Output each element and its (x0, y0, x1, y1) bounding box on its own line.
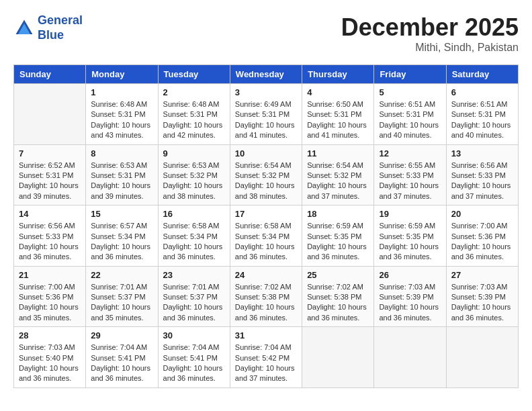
weekday-header-friday: Friday (374, 65, 446, 84)
day-number: 20 (451, 209, 513, 219)
day-info: Sunrise: 6:52 AMSunset: 5:31 PMDaylight:… (19, 161, 81, 202)
day-cell: 2Sunrise: 6:48 AMSunset: 5:31 PMDaylight… (158, 84, 230, 145)
day-number: 7 (19, 148, 81, 158)
day-info: Sunrise: 6:59 AMSunset: 5:35 PMDaylight:… (379, 221, 441, 263)
day-info: Sunrise: 6:50 AMSunset: 5:31 PMDaylight:… (307, 99, 369, 141)
day-info: Sunrise: 6:53 AMSunset: 5:31 PMDaylight:… (91, 161, 152, 202)
day-number: 22 (91, 270, 152, 280)
day-info: Sunrise: 6:51 AMSunset: 5:31 PMDaylight:… (379, 99, 441, 141)
logo: General Blue (13, 13, 83, 42)
day-cell: 12Sunrise: 6:55 AMSunset: 5:33 PMDayligh… (374, 144, 446, 205)
day-number: 18 (307, 209, 369, 219)
day-cell: 4Sunrise: 6:50 AMSunset: 5:31 PMDaylight… (302, 84, 374, 145)
day-number: 24 (235, 270, 297, 280)
day-info: Sunrise: 6:48 AMSunset: 5:31 PMDaylight:… (163, 99, 225, 141)
day-cell: 23Sunrise: 7:01 AMSunset: 5:37 PMDayligh… (158, 266, 230, 327)
day-info: Sunrise: 7:03 AMSunset: 5:39 PMDaylight:… (379, 282, 441, 324)
weekday-header-saturday: Saturday (446, 65, 518, 84)
week-row-4: 21Sunrise: 7:00 AMSunset: 5:36 PMDayligh… (14, 266, 519, 327)
day-cell: 19Sunrise: 6:59 AMSunset: 5:35 PMDayligh… (374, 205, 446, 267)
day-cell (374, 327, 446, 388)
weekday-header-wednesday: Wednesday (230, 65, 302, 84)
day-number: 2 (163, 87, 225, 97)
day-cell: 26Sunrise: 7:03 AMSunset: 5:39 PMDayligh… (374, 266, 446, 327)
day-number: 8 (91, 148, 152, 158)
day-info: Sunrise: 7:04 AMSunset: 5:41 PMDaylight:… (163, 342, 225, 384)
day-info: Sunrise: 6:56 AMSunset: 5:33 PMDaylight:… (19, 221, 81, 263)
calendar-table: SundayMondayTuesdayWednesdayThursdayFrid… (13, 64, 519, 388)
day-cell: 30Sunrise: 7:04 AMSunset: 5:41 PMDayligh… (158, 327, 230, 388)
day-info: Sunrise: 7:02 AMSunset: 5:38 PMDaylight:… (235, 282, 297, 324)
day-cell: 10Sunrise: 6:54 AMSunset: 5:32 PMDayligh… (230, 144, 302, 205)
day-cell: 18Sunrise: 6:59 AMSunset: 5:35 PMDayligh… (302, 205, 374, 267)
day-cell: 17Sunrise: 6:58 AMSunset: 5:34 PMDayligh… (230, 205, 302, 267)
day-info: Sunrise: 7:01 AMSunset: 5:37 PMDaylight:… (163, 282, 225, 324)
day-number: 5 (379, 87, 441, 97)
day-cell: 8Sunrise: 6:53 AMSunset: 5:31 PMDaylight… (86, 144, 158, 205)
day-number: 17 (235, 209, 297, 219)
day-cell: 13Sunrise: 6:56 AMSunset: 5:33 PMDayligh… (446, 144, 518, 205)
day-info: Sunrise: 7:03 AMSunset: 5:39 PMDaylight:… (451, 282, 513, 324)
day-cell: 1Sunrise: 6:48 AMSunset: 5:31 PMDaylight… (86, 84, 158, 145)
day-info: Sunrise: 6:53 AMSunset: 5:32 PMDaylight:… (163, 161, 225, 202)
day-number: 15 (91, 209, 152, 219)
logo-text: General Blue (38, 13, 83, 42)
location-subtitle: Mithi, Sindh, Pakistan (341, 42, 519, 54)
day-info: Sunrise: 6:55 AMSunset: 5:33 PMDaylight:… (379, 161, 441, 202)
day-cell: 21Sunrise: 7:00 AMSunset: 5:36 PMDayligh… (14, 266, 86, 327)
day-info: Sunrise: 6:54 AMSunset: 5:32 PMDaylight:… (307, 161, 369, 202)
day-info: Sunrise: 7:04 AMSunset: 5:42 PMDaylight:… (235, 342, 297, 384)
day-number: 16 (163, 209, 225, 219)
day-cell: 24Sunrise: 7:02 AMSunset: 5:38 PMDayligh… (230, 266, 302, 327)
day-cell: 29Sunrise: 7:04 AMSunset: 5:41 PMDayligh… (86, 327, 158, 388)
day-number: 6 (451, 87, 513, 97)
week-row-1: 1Sunrise: 6:48 AMSunset: 5:31 PMDaylight… (14, 84, 519, 145)
day-cell: 28Sunrise: 7:03 AMSunset: 5:40 PMDayligh… (14, 327, 86, 388)
day-number: 1 (91, 87, 152, 97)
day-cell: 11Sunrise: 6:54 AMSunset: 5:32 PMDayligh… (302, 144, 374, 205)
weekday-header-thursday: Thursday (302, 65, 374, 84)
day-number: 23 (163, 270, 225, 280)
day-cell: 20Sunrise: 7:00 AMSunset: 5:36 PMDayligh… (446, 205, 518, 267)
day-info: Sunrise: 6:48 AMSunset: 5:31 PMDaylight:… (91, 99, 152, 141)
day-number: 27 (451, 270, 513, 280)
day-number: 29 (91, 330, 152, 340)
title-area: December 2025 Mithi, Sindh, Pakistan (341, 13, 519, 54)
day-cell: 6Sunrise: 6:51 AMSunset: 5:31 PMDaylight… (446, 84, 518, 145)
day-cell: 16Sunrise: 6:58 AMSunset: 5:34 PMDayligh… (158, 205, 230, 267)
day-cell (302, 327, 374, 388)
day-cell: 25Sunrise: 7:02 AMSunset: 5:38 PMDayligh… (302, 266, 374, 327)
week-row-2: 7Sunrise: 6:52 AMSunset: 5:31 PMDaylight… (14, 144, 519, 205)
day-cell (14, 84, 86, 145)
day-info: Sunrise: 7:00 AMSunset: 5:36 PMDaylight:… (19, 282, 81, 324)
day-number: 28 (19, 330, 81, 340)
day-number: 13 (451, 148, 513, 158)
week-row-5: 28Sunrise: 7:03 AMSunset: 5:40 PMDayligh… (14, 327, 519, 388)
day-number: 12 (379, 148, 441, 158)
weekday-header-tuesday: Tuesday (158, 65, 230, 84)
page-header: General Blue December 2025 Mithi, Sindh,… (13, 13, 519, 54)
day-info: Sunrise: 7:00 AMSunset: 5:36 PMDaylight:… (451, 221, 513, 263)
day-info: Sunrise: 6:57 AMSunset: 5:34 PMDaylight:… (91, 221, 152, 263)
day-number: 3 (235, 87, 297, 97)
day-cell: 3Sunrise: 6:49 AMSunset: 5:31 PMDaylight… (230, 84, 302, 145)
day-cell: 5Sunrise: 6:51 AMSunset: 5:31 PMDaylight… (374, 84, 446, 145)
day-cell: 14Sunrise: 6:56 AMSunset: 5:33 PMDayligh… (14, 205, 86, 267)
day-cell: 7Sunrise: 6:52 AMSunset: 5:31 PMDaylight… (14, 144, 86, 205)
week-row-3: 14Sunrise: 6:56 AMSunset: 5:33 PMDayligh… (14, 205, 519, 267)
day-info: Sunrise: 6:58 AMSunset: 5:34 PMDaylight:… (163, 221, 225, 263)
day-number: 21 (19, 270, 81, 280)
day-cell: 27Sunrise: 7:03 AMSunset: 5:39 PMDayligh… (446, 266, 518, 327)
day-info: Sunrise: 7:01 AMSunset: 5:37 PMDaylight:… (91, 282, 152, 324)
day-cell: 9Sunrise: 6:53 AMSunset: 5:32 PMDaylight… (158, 144, 230, 205)
day-info: Sunrise: 6:49 AMSunset: 5:31 PMDaylight:… (235, 99, 297, 141)
weekday-header-monday: Monday (86, 65, 158, 84)
day-info: Sunrise: 7:04 AMSunset: 5:41 PMDaylight:… (91, 342, 152, 384)
day-number: 31 (235, 330, 297, 340)
day-info: Sunrise: 6:56 AMSunset: 5:33 PMDaylight:… (451, 161, 513, 202)
day-info: Sunrise: 6:58 AMSunset: 5:34 PMDaylight:… (235, 221, 297, 263)
day-number: 14 (19, 209, 81, 219)
day-cell: 31Sunrise: 7:04 AMSunset: 5:42 PMDayligh… (230, 327, 302, 388)
day-number: 30 (163, 330, 225, 340)
day-cell (446, 327, 518, 388)
